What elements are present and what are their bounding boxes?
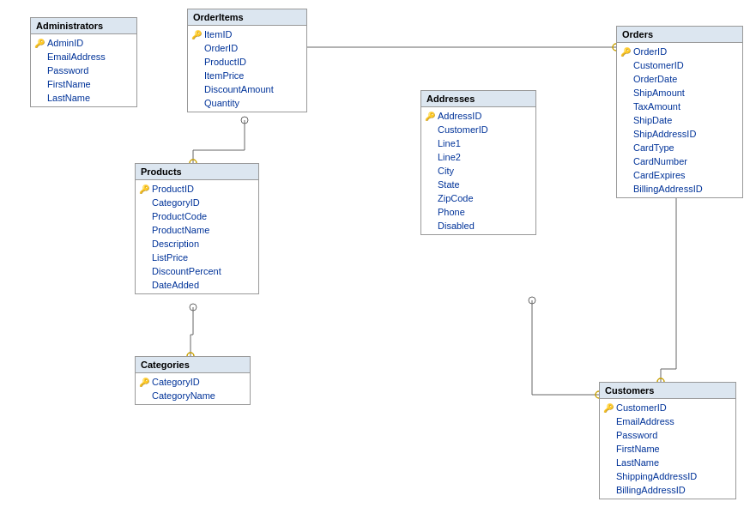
table-categories[interactable]: Categories 🔑 CategoryID CategoryName [135,356,251,405]
table-header-products: Products [136,164,258,180]
table-header-addresses: Addresses [421,91,535,107]
table-row: Description [136,237,258,251]
table-orders[interactable]: Orders 🔑 OrderID CustomerID OrderDate Sh… [616,26,743,198]
table-row: ProductName [136,223,258,237]
pk-icon: 🔑 [139,184,149,194]
pk-icon: 🔑 [620,47,631,57]
table-row: 🔑 ItemID [188,27,306,41]
table-row: Line2 [421,150,535,164]
table-row: ShippingAddressID [600,469,735,483]
pk-icon: 🔑 [34,39,45,48]
table-row: DiscountAmount [188,82,306,96]
table-row: CardType [617,141,742,154]
table-row: Line1 [421,136,535,150]
table-header-orders: Orders [617,27,742,43]
table-row: 🔑 AddressID [421,109,535,123]
table-row: 🔑 CategoryID [136,375,250,389]
table-row: DateAdded [136,278,258,292]
table-row: Password [600,428,735,442]
svg-point-15 [529,297,535,304]
svg-point-11 [190,304,197,311]
table-body-categories: 🔑 CategoryID CategoryName [136,373,250,404]
table-body-addresses: 🔑 AddressID CustomerID Line1 Line2 City … [421,107,535,234]
table-customers[interactable]: Customers 🔑 CustomerID EmailAddress Pass… [599,382,736,499]
table-products[interactable]: Products 🔑 ProductID CategoryID ProductC… [135,163,259,294]
table-body-orders: 🔑 OrderID CustomerID OrderDate ShipAmoun… [617,43,742,197]
table-header-categories: Categories [136,357,250,373]
table-row: 🔑 CustomerID [600,401,735,414]
pk-icon: 🔑 [191,30,202,39]
table-row: CardNumber [617,154,742,168]
pk-icon: 🔑 [139,378,149,387]
table-row: FirstName [31,77,136,91]
table-row: ZipCode [421,191,535,205]
table-row: CustomerID [421,123,535,136]
table-row: ProductID [188,55,306,69]
svg-point-6 [241,117,248,124]
table-row: EmailAddress [600,414,735,428]
table-row: ShipDate [617,113,742,127]
table-row: FirstName [600,442,735,456]
table-header-orderitems: OrderItems [188,9,306,26]
table-row: TaxAmount [617,100,742,113]
table-row: Quantity [188,96,306,110]
table-row: Phone [421,205,535,219]
table-row: OrderDate [617,72,742,86]
table-row: City [421,164,535,178]
table-administrators[interactable]: Administrators 🔑 AdminID EmailAddress Pa… [30,17,137,107]
table-header-customers: Customers [600,383,735,399]
table-row: BillingAddressID [600,483,735,497]
pk-icon: 🔑 [425,112,435,121]
table-row: ShipAddressID [617,127,742,141]
table-row: ItemPrice [188,69,306,82]
table-row: State [421,178,535,191]
table-row: DiscountPercent [136,264,258,278]
table-row: ProductCode [136,209,258,223]
table-row: LastName [31,91,136,105]
table-row: CardExpires [617,168,742,182]
table-body-customers: 🔑 CustomerID EmailAddress Password First… [600,399,735,499]
table-body-products: 🔑 ProductID CategoryID ProductCode Produ… [136,180,258,293]
table-row: CustomerID [617,58,742,72]
table-row: LastName [600,456,735,469]
table-row: 🔑 OrderID [617,45,742,58]
table-row: ListPrice [136,251,258,264]
table-row: Disabled [421,219,535,233]
table-orderitems[interactable]: OrderItems 🔑 ItemID OrderID ProductID It… [187,9,307,112]
table-row: EmailAddress [31,50,136,63]
table-row: BillingAddressID [617,182,742,196]
table-body-administrators: 🔑 AdminID EmailAddress Password FirstNam… [31,34,136,106]
table-row: OrderID [188,41,306,55]
pk-icon: 🔑 [603,403,614,413]
table-header-administrators: Administrators [31,18,136,34]
table-row: ShipAmount [617,86,742,100]
table-row: CategoryID [136,196,258,209]
diagram-canvas: Administrators 🔑 AdminID EmailAddress Pa… [0,0,756,532]
table-row: 🔑 AdminID [31,36,136,50]
table-row: 🔑 ProductID [136,182,258,196]
table-row: CategoryName [136,389,250,402]
table-body-orderitems: 🔑 ItemID OrderID ProductID ItemPrice Dis… [188,26,306,112]
table-row: Password [31,63,136,77]
table-addresses[interactable]: Addresses 🔑 AddressID CustomerID Line1 L… [420,90,536,235]
